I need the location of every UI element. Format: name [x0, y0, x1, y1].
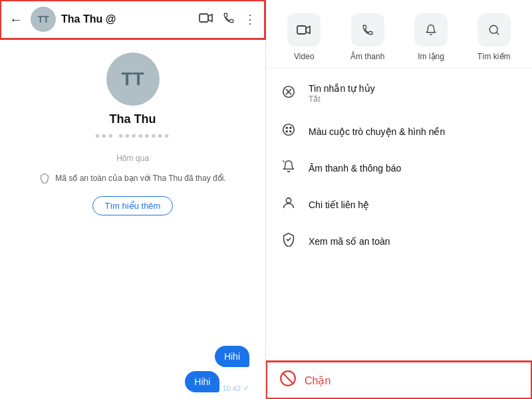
avatar-small: TT — [31, 7, 56, 32]
block-icon — [279, 370, 297, 391]
message-bubble-2-container: Hihi 10:42 ✓ — [185, 371, 249, 392]
notifications-menu-item[interactable]: Âm thanh & thông báo — [266, 150, 532, 186]
menu-list: Tin nhắn tự hủy Tắt Màu cuộc trò chuyện … — [266, 68, 532, 361]
block-button[interactable]: Chặn — [279, 370, 519, 391]
block-section: Chặn — [266, 361, 532, 399]
video-action-label: Video — [294, 52, 314, 61]
audio-action-label: Âm thanh — [350, 52, 384, 61]
theme-menu-item[interactable]: Màu cuộc trò chuyện & hình nền — [266, 113, 532, 150]
audio-action-icon — [351, 13, 384, 47]
security-text: Mã số an toàn của bạn với Tha Thu đã tha… — [55, 172, 225, 184]
profile-name: Tha Thu — [110, 112, 156, 126]
svg-point-5 — [285, 126, 288, 129]
back-button[interactable]: ← — [9, 12, 23, 27]
svg-point-9 — [286, 198, 291, 203]
mute-action-icon — [414, 13, 448, 47]
audio-call-icon[interactable] — [223, 12, 235, 27]
search-action-label: Tìm kiếm — [477, 52, 511, 61]
svg-point-4 — [283, 124, 295, 136]
message-bubble-1: Hihi — [215, 346, 249, 367]
auto-delete-subtitle: Tắt — [309, 94, 375, 104]
contact-name[interactable]: Tha Thu @ — [61, 13, 194, 25]
messages-area: Hihi Hihi 10:42 ✓ — [11, 346, 255, 392]
notifications-content: Âm thanh & thông báo — [309, 163, 401, 174]
auto-delete-title: Tin nhắn tự hủy — [309, 83, 375, 94]
block-label: Chặn — [305, 374, 331, 387]
svg-point-8 — [289, 130, 292, 133]
safety-number-menu-item[interactable]: Xem mã số an toàn — [266, 223, 532, 259]
video-action-icon — [287, 13, 321, 47]
mute-action-label: Im lặng — [418, 52, 444, 61]
message-bubble-2: Hihi — [185, 371, 219, 392]
header-actions: ⋮ — [199, 12, 256, 27]
safety-number-content: Xem mã số an toàn — [309, 236, 390, 247]
more-options-icon[interactable]: ⋮ — [244, 12, 256, 27]
svg-rect-1 — [297, 26, 306, 34]
chat-header: ← TT Tha Thu @ ⋮ — [0, 0, 265, 39]
safety-number-title: Xem mã số an toàn — [309, 236, 390, 247]
read-receipt-icon: ✓ — [243, 384, 249, 392]
contact-details-title: Chi tiết liên hệ — [309, 200, 369, 210]
svg-rect-0 — [200, 14, 208, 22]
theme-content: Màu cuộc trò chuyện & hình nền — [309, 126, 445, 137]
safety-number-icon — [279, 232, 298, 250]
notifications-icon — [279, 159, 298, 177]
mute-action-button[interactable]: Im lặng — [414, 13, 448, 61]
chat-body: TT Tha Thu ●●● ●●●●●●●● Hôm qua Mã số an… — [0, 39, 265, 399]
shield-icon — [39, 173, 50, 186]
video-call-icon[interactable] — [199, 13, 213, 27]
search-action-icon — [477, 13, 511, 47]
theme-icon — [279, 122, 298, 140]
auto-delete-icon — [279, 84, 298, 102]
message-time: 10:42 — [222, 384, 241, 392]
chat-panel: ← TT Tha Thu @ ⋮ TT — [0, 0, 266, 399]
auto-delete-content: Tin nhắn tự hủy Tắt — [309, 83, 375, 104]
search-action-button[interactable]: Tìm kiếm — [477, 13, 511, 61]
audio-action-button[interactable]: Âm thanh — [350, 13, 384, 61]
security-notice: Mã số an toàn của bạn với Tha Thu đã tha… — [26, 172, 239, 186]
action-buttons-row: Video Âm thanh Im lặng — [266, 0, 532, 68]
video-action-button[interactable]: Video — [287, 13, 321, 61]
learn-more-button[interactable]: Tìm hiểu thêm — [92, 196, 174, 215]
profile-avatar: TT — [106, 53, 160, 106]
info-panel: Video Âm thanh Im lặng — [266, 0, 532, 399]
notifications-title: Âm thanh & thông báo — [309, 163, 401, 174]
auto-delete-menu-item[interactable]: Tin nhắn tự hủy Tắt — [266, 74, 532, 113]
contact-details-menu-item[interactable]: Chi tiết liên hệ — [266, 186, 532, 223]
svg-point-7 — [285, 130, 288, 133]
date-label: Hôm qua — [116, 154, 149, 163]
contact-details-icon — [279, 196, 298, 213]
theme-title: Màu cuộc trò chuyện & hình nền — [309, 126, 445, 137]
contact-details-content: Chi tiết liên hệ — [309, 200, 369, 210]
svg-point-6 — [289, 126, 292, 129]
profile-phone: ●●● ●●●●●●●● — [95, 130, 171, 140]
